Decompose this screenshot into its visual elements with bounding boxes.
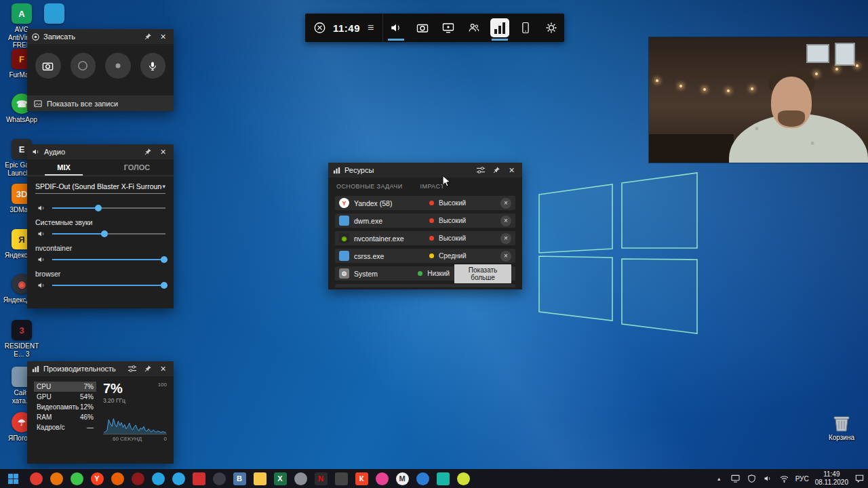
volume-slider[interactable] [35,204,165,212]
tray-expand-icon[interactable]: ▲ [714,474,724,484]
slider-track[interactable] [52,285,165,286]
taskbar-app-red-square[interactable] [189,469,209,488]
show-more-button[interactable]: Показать больше [454,264,511,283]
language-indicator[interactable]: РУС [795,475,809,483]
record-last-button[interactable] [71,53,96,79]
slider-thumb[interactable] [161,256,167,263]
taskbar-app-dark-circle[interactable] [209,469,229,488]
clock[interactable]: 11:49 08.11.2020 [815,470,848,487]
audio-titlebar[interactable]: Аудио × [27,144,174,159]
taskbar-app-dark-square[interactable] [331,469,351,488]
slider-thumb[interactable] [101,230,108,237]
slider-track[interactable] [52,233,165,235]
taskbar-app-kinopoisk[interactable]: К [351,469,372,488]
volume-slider[interactable] [35,256,165,264]
show-all-captures[interactable]: Показать все записи [27,96,174,111]
taskbar-app-camera[interactable] [433,469,453,488]
taskbar-app-netflix[interactable]: N [311,469,331,488]
app-whatsapp-icon [71,472,83,485]
taskbar-app-excel[interactable]: X [270,469,290,488]
audio-device-name: SPDIF-Out (Sound Blaster X-Fi Surround..… [35,182,162,190]
volume-slider[interactable] [35,230,165,238]
resources-titlebar[interactable]: Ресурсы × [328,163,522,178]
desktop-icon-resident-evil[interactable]: 3RESIDENT E... 3 [4,320,39,358]
avg-icon: A [12,3,32,24]
metric-кадров/с[interactable]: Кадров/с— [34,422,96,432]
taskbar-app-whatsapp[interactable] [66,469,87,488]
phone-widget-button[interactable] [513,14,538,42]
action-center-icon[interactable] [854,474,865,484]
end-task-button[interactable]: × [500,216,511,226]
screenshot-button[interactable] [35,53,61,79]
audio-device-dropdown[interactable]: SPDIF-Out (Sound Blaster X-Fi Surround..… [35,182,165,194]
taskbar-app-orange-circle[interactable] [46,469,66,488]
taskbar: YВXNКM ▲ РУС 11:49 08.11.2020 [0,469,868,488]
end-task-button[interactable]: × [500,251,511,262]
close-icon[interactable]: × [506,165,517,176]
capture-widget-button[interactable] [409,14,435,42]
tray-shield-icon[interactable] [747,474,757,484]
performance-widget-button[interactable] [487,14,513,42]
tray-monitor-icon[interactable] [730,474,741,484]
taskbar-app-explorer[interactable] [250,469,270,488]
bar-chart-icon [333,167,340,174]
taskbar-app-red-circle[interactable] [26,469,46,488]
end-task-button[interactable]: × [500,198,511,209]
resource-row: dwm.exeВысокий× [335,214,515,228]
desktop-icon-camera-app[interactable] [37,3,72,26]
settings-widget-button[interactable] [538,14,564,42]
close-icon[interactable]: × [157,363,169,375]
metric-ram[interactable]: RAM46% [34,412,96,422]
close-icon[interactable]: × [157,146,169,158]
taskbar-app-movavi[interactable]: M [392,469,412,488]
app-dark-circle-icon [213,472,226,485]
gamebar-menu-icon[interactable]: ≡ [368,22,374,34]
slider-thumb[interactable] [161,282,167,289]
pin-icon[interactable] [490,165,502,176]
taskbar-app-yandex-browser[interactable]: Y [87,469,107,488]
taskbar-app-firefox[interactable] [107,469,127,488]
recycle-bin[interactable]: Корзина [822,413,861,442]
tray-volume-icon[interactable] [763,474,773,484]
pin-icon[interactable] [142,146,153,158]
light-bulb [727,89,730,92]
taskbar-app-skype[interactable] [148,469,168,488]
audio-tabs: MIX ГОЛОС [27,159,174,176]
end-task-button[interactable]: × [500,233,511,244]
slider-track[interactable] [52,207,165,209]
metric-gpu[interactable]: GPU54% [34,392,96,402]
taskbar-app-yellow-circle[interactable] [453,469,473,488]
tray-network-icon[interactable] [779,474,789,484]
audio-widget-button[interactable] [383,14,409,42]
pin-icon[interactable] [142,31,153,43]
system-tray: ▲ РУС 11:49 08.11.2020 [714,470,868,487]
metric-видеопамять[interactable]: Видеопамять12% [34,402,96,412]
metric-cpu[interactable]: CPU7% [34,382,96,392]
camera-icon [42,60,54,72]
impact-label: Высокий [439,217,496,224]
close-icon[interactable]: × [157,31,169,43]
start-recording-button[interactable] [105,53,131,79]
filter-settings-icon[interactable] [126,363,138,375]
tab-mix[interactable]: MIX [27,159,100,176]
capture-titlebar[interactable]: Записать × [27,29,174,44]
broadcast-widget-button[interactable] [435,14,461,42]
start-button[interactable] [0,469,26,488]
taskbar-app-pink-circle[interactable] [372,469,392,488]
taskbar-app-blue-circle[interactable] [412,469,433,488]
pin-icon[interactable] [142,363,153,375]
performance-titlebar[interactable]: Производительность × [27,361,174,376]
volume-slider[interactable] [35,281,165,289]
taskbar-app-vk[interactable]: В [229,469,250,488]
taskbar-app-opera-gx[interactable] [127,469,148,488]
taskbar-app-gray-circle[interactable] [290,469,311,488]
social-widget-button[interactable] [461,14,487,42]
taskbar-app-telegram[interactable] [168,469,189,488]
tab-voice[interactable]: ГОЛОС [100,159,174,176]
slider-track[interactable] [52,259,165,260]
xbox-logo-icon[interactable] [314,22,326,34]
filter-settings-icon[interactable] [475,165,486,176]
mic-toggle-button[interactable] [140,53,166,79]
app-skype-icon [152,472,165,485]
slider-thumb[interactable] [95,205,102,211]
